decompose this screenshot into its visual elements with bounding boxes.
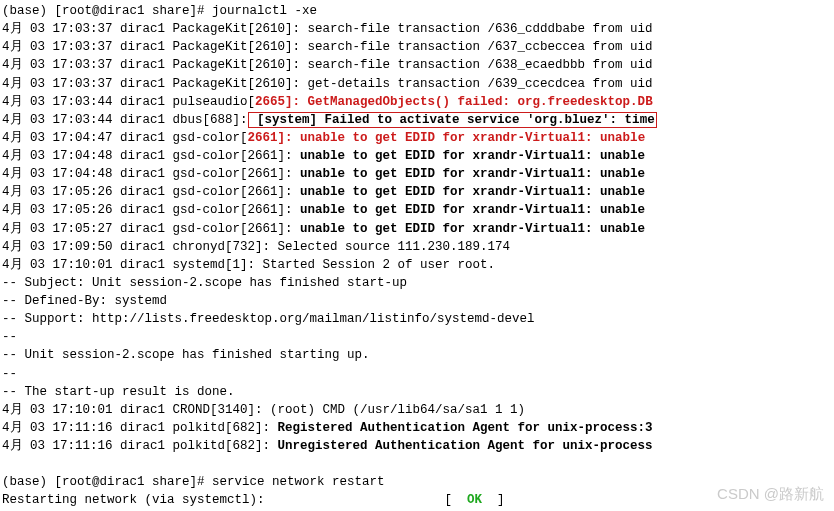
- systemd-definedby: -- Defined-By: systemd: [2, 292, 832, 310]
- log-line: 4月 03 17:03:37 dirac1 PackageKit[2610]: …: [2, 56, 832, 74]
- shell-prompt: (base) [root@dirac1 share]#: [2, 475, 212, 489]
- systemd-msg: -- Unit session-2.scope has finished sta…: [2, 346, 832, 364]
- log-line: 4月 03 17:05:27 dirac1 gsd-color[2661]: u…: [2, 220, 832, 238]
- restart-result: Restarting network (via systemctl): [ OK…: [2, 491, 832, 509]
- log-line: 4月 03 17:04:48 dirac1 gsd-color[2661]: u…: [2, 147, 832, 165]
- log-line: 4月 03 17:05:26 dirac1 gsd-color[2661]: u…: [2, 183, 832, 201]
- log-line: 4月 03 17:03:37 dirac1 PackageKit[2610]: …: [2, 38, 832, 56]
- systemd-blank: --: [2, 365, 832, 383]
- systemd-subject: -- Subject: Unit session-2.scope has fin…: [2, 274, 832, 292]
- log-line: 4月 03 17:04:48 dirac1 gsd-color[2661]: u…: [2, 165, 832, 183]
- systemd-blank: --: [2, 328, 832, 346]
- log-line-error: 4月 03 17:03:44 dirac1 pulseaudio[2665]: …: [2, 93, 832, 111]
- log-line: 4月 03 17:05:26 dirac1 gsd-color[2661]: u…: [2, 201, 832, 219]
- log-line: 4月 03 17:10:01 dirac1 systemd[1]: Starte…: [2, 256, 832, 274]
- systemd-result: -- The start-up result is done.: [2, 383, 832, 401]
- log-line: 4月 03 17:03:37 dirac1 PackageKit[2610]: …: [2, 75, 832, 93]
- error-text: 2665]: GetManagedObjects() failed: org.f…: [255, 95, 653, 109]
- shell-prompt: (base) [root@dirac1 share]#: [2, 4, 212, 18]
- prompt-line-2[interactable]: (base) [root@dirac1 share]# service netw…: [2, 473, 832, 491]
- log-line: 4月 03 17:03:37 dirac1 PackageKit[2610]: …: [2, 20, 832, 38]
- watermark: CSDN @路新航: [717, 483, 824, 505]
- log-line: 4月 03 17:10:01 dirac1 CROND[3140]: (root…: [2, 401, 832, 419]
- blank-line: [2, 455, 832, 473]
- command-input: service network restart: [212, 475, 385, 489]
- systemd-support: -- Support: http://lists.freedesktop.org…: [2, 310, 832, 328]
- prompt-line-1[interactable]: (base) [root@dirac1 share]# journalctl -…: [2, 2, 832, 20]
- command-input: journalctl -xe: [212, 4, 317, 18]
- log-line: 4月 03 17:11:16 dirac1 polkitd[682]: Unre…: [2, 437, 832, 455]
- log-line-highlighted: 4月 03 17:03:44 dirac1 dbus[688]: [system…: [2, 111, 832, 129]
- highlighted-error: [system] Failed to activate service 'org…: [248, 112, 657, 128]
- log-line: 4月 03 17:09:50 dirac1 chronyd[732]: Sele…: [2, 238, 832, 256]
- ok-status: OK: [467, 493, 482, 507]
- log-line: 4月 03 17:11:16 dirac1 polkitd[682]: Regi…: [2, 419, 832, 437]
- log-line: 4月 03 17:04:47 dirac1 gsd-color[2661]: u…: [2, 129, 832, 147]
